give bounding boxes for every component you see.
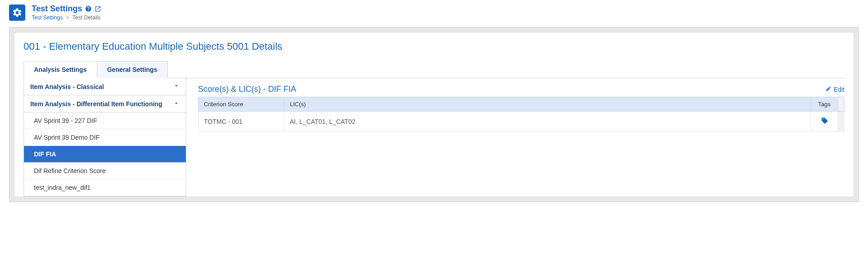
- col-criterion: Criterion Score: [198, 97, 284, 112]
- cell-lics: AI, L_CAT01, L_CAT02: [284, 112, 811, 132]
- panel-title: 001 - Elementary Education Multiple Subj…: [24, 41, 844, 52]
- analysis-sidebar: Item Analysis - Classical Item Analysis …: [24, 78, 186, 197]
- tab-bar: Analysis Settings General Settings: [24, 61, 844, 78]
- sidebar-item-selected[interactable]: DIF FIA: [24, 146, 186, 163]
- edit-icon: [826, 86, 831, 93]
- sidebar-item[interactable]: AV Sprint 39 Demo DIF: [24, 129, 186, 146]
- breadcrumb-separator: >: [66, 14, 69, 21]
- accordion-items-dif: AV Sprint 39 - 227 DIF AV Sprint 39 Demo…: [24, 113, 186, 196]
- table-row: TOTMC - 001 AI, L_CAT01, L_CAT02: [198, 112, 844, 132]
- cell-criterion: TOTMC - 001: [198, 112, 284, 132]
- chevron-down-icon: [173, 83, 179, 90]
- sidebar-item[interactable]: test_indra_new_dif1: [24, 179, 186, 196]
- sidebar-item[interactable]: AV Sprint 39 - 227 DIF: [24, 113, 186, 129]
- details-panel: 001 - Elementary Education Multiple Subj…: [14, 32, 854, 197]
- breadcrumb-root[interactable]: Test Settings: [32, 14, 63, 21]
- accordion-header-dif[interactable]: Item Analysis - Differential Item Functi…: [24, 95, 186, 113]
- edit-label: Edit: [834, 86, 844, 93]
- breadcrumb-current: Test Details: [72, 14, 100, 21]
- col-lics: LIC(s): [284, 97, 811, 112]
- panel-frame: 001 - Elementary Education Multiple Subj…: [9, 27, 859, 202]
- col-scrollbar: [838, 97, 844, 112]
- tag-icon[interactable]: [821, 118, 828, 126]
- content-title: Score(s) & LIC(s) - DIF FIA: [198, 85, 296, 94]
- external-link-icon[interactable]: [94, 5, 101, 12]
- content-area: Score(s) & LIC(s) - DIF FIA Edit Criteri…: [198, 78, 844, 197]
- accordion-label: Item Analysis - Classical: [30, 83, 104, 90]
- gear-icon: [9, 5, 25, 21]
- col-tags: Tags: [811, 97, 838, 112]
- tab-general-settings[interactable]: General Settings: [97, 61, 168, 78]
- sidebar-item[interactable]: Dif Refine Criterion Score: [24, 163, 186, 179]
- scores-table: Criterion Score LIC(s) Tags TOTMC - 001 …: [198, 97, 844, 132]
- chevron-up-icon: [173, 100, 179, 108]
- breadcrumb: Test Settings > Test Details: [32, 14, 101, 21]
- table-scrollbar[interactable]: [838, 112, 844, 132]
- page-title: Test Settings: [32, 5, 82, 13]
- help-icon[interactable]: [85, 5, 92, 12]
- tab-analysis-settings[interactable]: Analysis Settings: [24, 61, 97, 78]
- accordion-header-classical[interactable]: Item Analysis - Classical: [24, 78, 186, 95]
- accordion-label: Item Analysis - Differential Item Functi…: [30, 100, 162, 108]
- edit-button[interactable]: Edit: [826, 86, 844, 93]
- page-header: Test Settings Test Settings > Test Detai…: [9, 5, 859, 21]
